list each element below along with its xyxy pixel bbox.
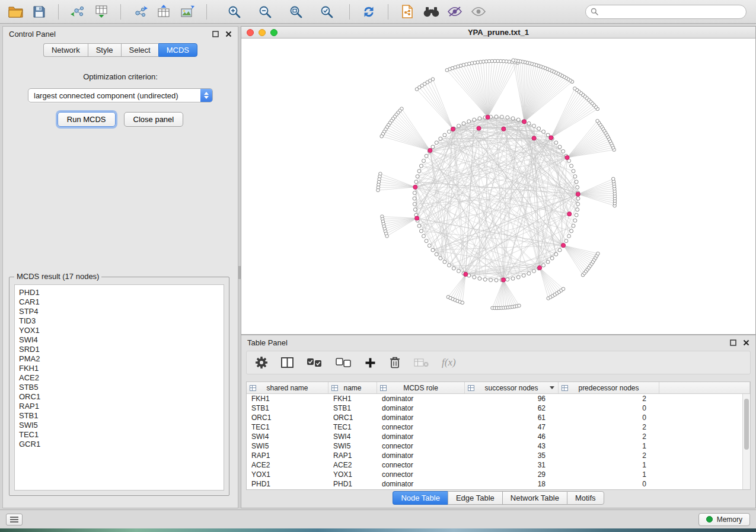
zoom-fit-icon[interactable] — [286, 3, 305, 21]
tab-motifs[interactable]: Motifs — [567, 491, 604, 505]
cell-predecessor_nodes: 1 — [559, 461, 659, 469]
export-image-icon[interactable] — [178, 3, 197, 21]
table-row[interactable]: ACE2ACE2connector311 — [247, 460, 742, 470]
mcds-result-list[interactable]: PHD1CAR1STP4TID3YOX1SWI4SRD1PMA2FKH1ACE2… — [14, 284, 224, 491]
table-row[interactable]: RAP1RAP1dominator352 — [247, 451, 742, 460]
zoom-in-icon[interactable] — [225, 3, 244, 21]
open-session-icon[interactable] — [6, 3, 25, 21]
cell-mcds_role: connector — [377, 461, 465, 469]
mcds-result-item[interactable]: GCR1 — [15, 440, 224, 449]
mcds-result-item[interactable]: STB5 — [15, 383, 224, 392]
import-table-icon[interactable] — [92, 3, 111, 21]
import-network-icon[interactable] — [68, 3, 87, 21]
cell-predecessor_nodes: 0 — [559, 404, 659, 412]
clear-table-icon[interactable] — [414, 354, 429, 371]
hide-elements-icon[interactable] — [445, 3, 464, 21]
cell-mcds_role: dominator — [377, 404, 465, 412]
search-box[interactable] — [585, 5, 747, 19]
tab-mcds[interactable]: MCDS — [158, 43, 197, 57]
tab-network-table[interactable]: Network Table — [502, 491, 567, 505]
mcds-result-item[interactable]: SWI5 — [15, 421, 224, 430]
new-network-icon[interactable] — [130, 3, 149, 21]
scrollbar-thumb[interactable] — [744, 399, 749, 450]
find-binoculars-icon[interactable] — [422, 3, 441, 21]
show-columns-icon[interactable] — [281, 354, 294, 371]
table-panel-tabs: Node TableEdge TableNetwork TableMotifs — [241, 491, 755, 505]
float-panel-icon[interactable] — [729, 339, 736, 346]
column-header-name[interactable]: name — [328, 382, 377, 393]
network-canvas-svg[interactable] — [241, 39, 755, 334]
network-canvas[interactable] — [241, 39, 755, 334]
apply-layout-icon[interactable] — [359, 3, 378, 21]
cell-predecessor_nodes: 0 — [559, 414, 659, 422]
table-row[interactable]: SWI5SWI5connector431 — [247, 441, 742, 451]
mcds-result-item[interactable]: CAR1 — [15, 297, 224, 307]
optimization-criterion-dropdown[interactable]: largest connected component (undirected) — [28, 88, 213, 102]
share-document-icon[interactable] — [398, 3, 417, 21]
mcds-result-title: MCDS result (17 nodes) — [14, 272, 101, 281]
table-row[interactable]: SWI4SWI4dominator462 — [247, 432, 742, 441]
column-type-icon — [250, 385, 256, 391]
save-session-icon[interactable] — [30, 3, 49, 21]
cell-mcds_role: connector — [377, 423, 465, 431]
add-column-icon[interactable] — [365, 354, 376, 371]
status-menu-button[interactable] — [6, 514, 23, 525]
table-row[interactable]: PHD1PHD1dominator180 — [247, 479, 742, 489]
cell-mcds_role: dominator — [377, 414, 465, 422]
close-window-icon[interactable] — [247, 29, 254, 36]
column-header-successor_nodes[interactable]: successor nodes — [465, 382, 559, 393]
mcds-result-item[interactable]: PMA2 — [15, 354, 224, 364]
mcds-result-item[interactable]: STB1 — [15, 411, 224, 421]
mcds-result-item[interactable]: RAP1 — [15, 402, 224, 411]
column-header-shared_name[interactable]: shared name — [247, 382, 328, 393]
table-row[interactable]: FKH1FKH1dominator962 — [247, 394, 742, 403]
mcds-result-item[interactable]: SRD1 — [15, 345, 224, 354]
select-all-rows-icon[interactable] — [307, 354, 323, 371]
tab-edge-table[interactable]: Edge Table — [448, 491, 502, 505]
table-settings-gear-icon[interactable] — [255, 354, 268, 371]
desktop-wallpaper-strip — [0, 528, 756, 532]
cell-shared_name: SWI5 — [247, 442, 328, 450]
tab-network[interactable]: Network — [43, 43, 88, 57]
run-mcds-button[interactable]: Run MCDS — [58, 112, 116, 127]
mcds-result-item[interactable]: FKH1 — [15, 364, 224, 373]
table-row[interactable]: STB1STB1dominator620 — [247, 403, 742, 413]
show-elements-icon[interactable] — [469, 3, 488, 21]
toolbar-separator — [206, 4, 207, 20]
float-panel-icon[interactable] — [212, 30, 219, 37]
close-panel-button[interactable]: Close panel — [124, 112, 184, 127]
tab-node-table[interactable]: Node Table — [393, 491, 448, 505]
zoom-selected-icon[interactable] — [317, 3, 336, 21]
maximize-window-icon[interactable] — [270, 29, 277, 36]
close-panel-icon[interactable] — [225, 30, 232, 37]
search-input[interactable] — [602, 8, 741, 16]
mcds-result-item[interactable]: TEC1 — [15, 430, 224, 440]
memory-button[interactable]: Memory — [698, 513, 750, 526]
cell-name: ACE2 — [328, 461, 377, 469]
function-builder-button[interactable]: f(x) — [442, 354, 456, 371]
deselect-all-rows-icon[interactable] — [336, 354, 352, 371]
export-table-icon[interactable] — [154, 3, 173, 21]
tab-select[interactable]: Select — [121, 43, 158, 57]
tab-style[interactable]: Style — [88, 43, 121, 57]
zoom-out-icon[interactable] — [256, 3, 275, 21]
table-row[interactable]: YOX1YOX1connector291 — [247, 470, 742, 479]
close-panel-icon[interactable] — [742, 339, 749, 346]
memory-status-icon — [706, 516, 713, 523]
mcds-result-item[interactable]: STP4 — [15, 307, 224, 316]
table-row[interactable]: TEC1TEC1connector472 — [247, 422, 742, 432]
table-row[interactable]: ORC1ORC1dominator610 — [247, 413, 742, 422]
minimize-window-icon[interactable] — [259, 29, 266, 36]
mcds-result-item[interactable]: YOX1 — [15, 326, 224, 335]
mcds-result-item[interactable]: PHD1 — [15, 288, 224, 297]
mcds-result-item[interactable]: ACE2 — [15, 373, 224, 383]
dropdown-stepper-icon — [200, 89, 212, 102]
column-header-predecessor_nodes[interactable]: predecessor nodes — [559, 382, 659, 393]
mcds-result-item[interactable]: ORC1 — [15, 392, 224, 402]
mcds-result-item[interactable]: SWI4 — [15, 335, 224, 345]
delete-column-icon[interactable] — [389, 354, 401, 371]
column-header-mcds_role[interactable]: MCDS role — [377, 382, 465, 393]
mcds-result-item[interactable]: TID3 — [15, 316, 224, 326]
table-scrollbar[interactable] — [742, 394, 750, 489]
network-window-titlebar[interactable]: YPA_prune.txt_1 — [241, 27, 755, 39]
